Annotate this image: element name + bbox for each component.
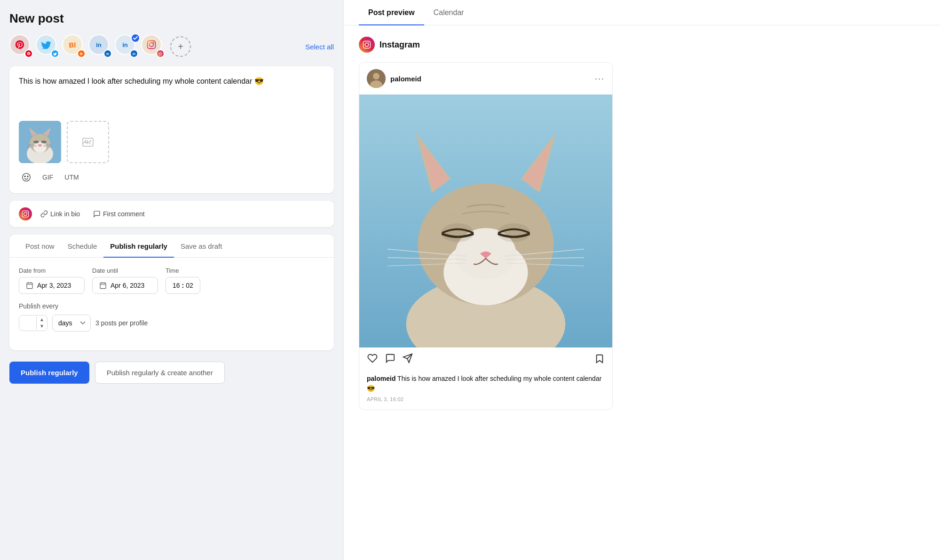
publish-regularly-create-another-button[interactable]: Publish regularly & create another (95, 362, 225, 384)
account-linkedin-2[interactable]: in in (115, 34, 139, 59)
svg-rect-35 (100, 283, 106, 289)
posts-per-profile: 3 posts per profile (95, 319, 148, 327)
tab-post-now[interactable]: Post now (19, 235, 61, 258)
tab-post-preview[interactable]: Post preview (359, 0, 424, 25)
instagram-preview-icon (359, 37, 375, 53)
date-until-input[interactable]: Apr 6, 2023 (92, 277, 158, 294)
ig-actions (359, 347, 612, 372)
interval-number-input[interactable] (19, 315, 36, 331)
ig-more-button[interactable]: ··· (595, 74, 605, 84)
interval-stepper[interactable]: ▲ ▼ (19, 315, 47, 331)
tab-publish-regularly[interactable]: Publish regularly (103, 235, 174, 258)
svg-rect-28 (22, 211, 28, 217)
stepper-down[interactable]: ▼ (37, 323, 47, 330)
time-hours: 16 (173, 282, 180, 289)
svg-point-56 (441, 223, 474, 242)
preview-tabs: Post preview Calendar (344, 0, 940, 25)
svg-point-12 (38, 144, 42, 147)
add-media-button[interactable] (67, 121, 109, 163)
link-in-bio-label: Link in bio (50, 210, 80, 218)
ig-card-header: palomeid ··· (359, 63, 612, 95)
gif-button[interactable]: GIF (39, 172, 56, 183)
publish-every-row: ▲ ▼ days hours weeks 3 posts per profile (19, 315, 324, 331)
date-from-input[interactable]: Apr 3, 2023 (19, 277, 85, 294)
svg-point-1 (150, 43, 153, 47)
compose-toolbar: GIF UTM (19, 171, 324, 184)
first-comment-button[interactable]: First comment (88, 207, 150, 221)
date-until-field: Date until Apr 6, 2023 (92, 267, 158, 294)
account-linkedin-1[interactable]: in in (88, 34, 113, 59)
svg-rect-0 (148, 41, 156, 49)
instagram-options: Link in bio First comment (9, 201, 334, 227)
stepper-arrows: ▲ ▼ (36, 316, 47, 330)
date-row: Date from Apr 3, 2023 Date until Apr 6, … (19, 267, 324, 294)
ig-timestamp: APRIL 3, 16:02 (367, 396, 605, 402)
media-thumbnail[interactable] (19, 121, 61, 163)
tab-save-as-draft[interactable]: Save as draft (174, 235, 229, 258)
svg-point-10 (33, 141, 39, 143)
compose-box: This is how amazed I look after scheduli… (9, 66, 334, 193)
tabs-row: Post now Schedule Publish regularly Save… (9, 235, 334, 258)
account-twitter[interactable] (36, 34, 60, 59)
ig-user-avatar (367, 69, 386, 88)
account-blogger[interactable]: Bl B (62, 34, 87, 59)
twitter-badge (51, 49, 59, 58)
time-separator: : (182, 282, 184, 289)
stepper-up[interactable]: ▲ (37, 316, 47, 323)
date-from-value: Apr 3, 2023 (37, 282, 71, 289)
instagram-post-card: palomeid ··· (359, 62, 613, 410)
time-label: Time (166, 267, 200, 274)
ig-like-button[interactable] (367, 353, 378, 366)
svg-point-2 (153, 42, 154, 43)
accounts-row: Bl B in in in in + Se (9, 34, 334, 59)
linkedin-badge-2: in (130, 49, 138, 58)
blogger-badge: B (77, 49, 86, 58)
date-until-label: Date until (92, 267, 158, 274)
preview-content: Instagram palomeid ··· (344, 25, 940, 560)
action-row: Publish regularly Publish regularly & cr… (9, 362, 334, 384)
svg-point-29 (24, 213, 27, 216)
svg-point-25 (23, 174, 31, 181)
emoji-button[interactable] (19, 171, 34, 184)
svg-point-4 (159, 53, 161, 54)
add-account-button[interactable]: + (170, 36, 191, 57)
svg-point-30 (27, 212, 27, 213)
svg-rect-3 (159, 52, 162, 55)
date-from-label: Date from (19, 267, 85, 274)
account-instagram[interactable] (141, 34, 166, 59)
instagram-options-icon (19, 207, 32, 221)
svg-point-27 (27, 176, 28, 177)
post-text[interactable]: This is how amazed I look after scheduli… (19, 76, 324, 113)
calendar-from-icon (26, 282, 33, 289)
utm-button[interactable]: UTM (62, 172, 81, 183)
right-panel: Post preview Calendar Instagram (343, 0, 940, 560)
instagram-badge (156, 49, 165, 58)
select-all-button[interactable]: Select all (305, 43, 334, 51)
tab-calendar[interactable]: Calendar (424, 0, 474, 25)
time-input[interactable]: 16 : 02 (166, 277, 200, 294)
instagram-preview-label: Instagram (379, 40, 420, 50)
left-panel: New post Bl B in i (0, 0, 343, 560)
pinterest-badge (24, 49, 33, 58)
ig-caption-text: palomeid This is how amazed I look after… (367, 374, 605, 394)
ig-share-button[interactable] (403, 353, 413, 366)
publish-regularly-button[interactable]: Publish regularly (9, 362, 89, 384)
link-in-bio-button[interactable]: Link in bio (36, 207, 85, 221)
svg-point-11 (41, 141, 47, 143)
svg-point-26 (24, 176, 25, 177)
ig-post-image (359, 95, 612, 347)
svg-rect-39 (363, 41, 371, 48)
tab-schedule[interactable]: Schedule (61, 235, 104, 258)
date-from-field: Date from Apr 3, 2023 (19, 267, 85, 294)
publish-every-label: Publish every (19, 302, 324, 310)
ig-bookmark-button[interactable] (594, 354, 605, 366)
ig-caption: palomeid This is how amazed I look after… (359, 372, 612, 410)
interval-unit-select[interactable]: days hours weeks (52, 315, 91, 331)
svg-point-41 (368, 42, 369, 43)
linkedin-badge-1: in (103, 49, 112, 58)
media-row (19, 121, 324, 163)
account-pinterest[interactable] (9, 34, 34, 59)
ig-comment-button[interactable] (385, 353, 396, 366)
time-minutes: 02 (186, 282, 193, 289)
ig-username: palomeid (390, 75, 590, 83)
